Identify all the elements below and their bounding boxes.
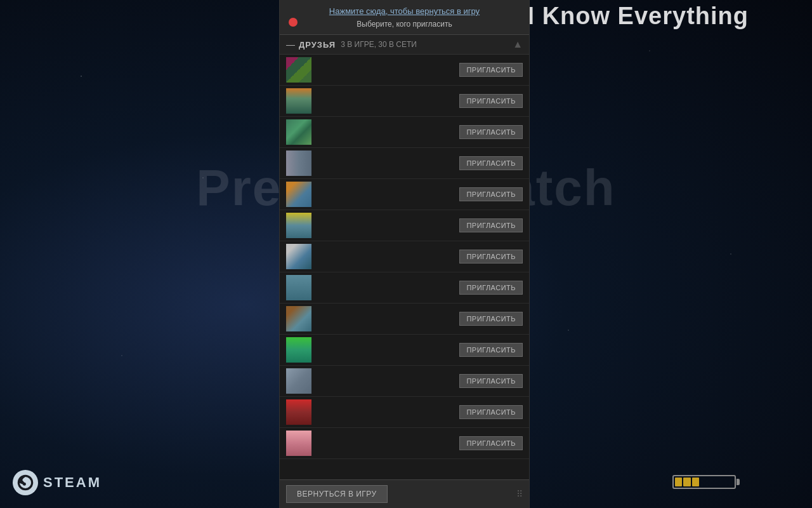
friends-title: ДРУЗЬЯ (299, 40, 336, 50)
select-invite-text: Выберите, кого пригласить (357, 20, 452, 29)
invite-button[interactable]: ПРИГЛАСИТЬ (459, 436, 523, 450)
list-item[interactable]: ПРИГЛАСИТЬ (280, 117, 529, 148)
close-button[interactable] (289, 18, 298, 27)
steam-logo: STEAM (13, 470, 102, 495)
collapse-icon[interactable]: — (286, 39, 295, 50)
battery-seg-1 (675, 478, 682, 486)
invite-button[interactable]: ПРИГЛАСИТЬ (459, 250, 523, 264)
avatar (286, 57, 311, 83)
steam-overlay: Нажмите сюда, чтобы вернуться в игру Выб… (279, 0, 530, 508)
friends-header: — ДРУЗЬЯ 3 В ИГРЕ, 30 В СЕТИ ▲ (280, 35, 529, 55)
avatar (286, 213, 311, 238)
overlay-header: Нажмите сюда, чтобы вернуться в игру Выб… (280, 0, 529, 35)
battery-seg-5 (709, 478, 716, 486)
list-item[interactable]: ПРИГЛАСИТЬ (280, 272, 529, 304)
friends-list: ПРИГЛАСИТЬ ПРИГЛАСИТЬ ПРИГЛАСИТЬ ПРИГЛАС… (280, 55, 529, 479)
invite-button[interactable]: ПРИГЛАСИТЬ (459, 94, 523, 108)
scroll-up-arrow[interactable]: ▲ (513, 39, 523, 50)
return-to-game-link[interactable]: Нажмите сюда, чтобы вернуться в игру (292, 6, 516, 16)
list-item[interactable]: ПРИГЛАСИТЬ (280, 428, 529, 459)
battery-seg-2 (683, 478, 690, 486)
avatar (286, 182, 311, 207)
avatar (286, 119, 311, 145)
list-item[interactable]: ПРИГЛАСИТЬ (280, 86, 529, 117)
avatar (286, 88, 311, 114)
list-item[interactable]: ПРИГЛАСИТЬ (280, 366, 529, 397)
battery-seg-7 (726, 478, 733, 486)
invite-button[interactable]: ПРИГЛАСИТЬ (459, 125, 523, 139)
list-item[interactable]: ПРИГЛАСИТЬ (280, 397, 529, 428)
battery-indicator (672, 475, 736, 489)
invite-button[interactable]: ПРИГЛАСИТЬ (459, 374, 523, 388)
invite-button[interactable]: ПРИГЛАСИТЬ (459, 281, 523, 295)
invite-button[interactable]: ПРИГЛАСИТЬ (459, 343, 523, 357)
invite-button[interactable]: ПРИГЛАСИТЬ (459, 187, 523, 201)
invite-button[interactable]: ПРИГЛАСИТЬ (459, 312, 523, 326)
list-item[interactable]: ПРИГЛАСИТЬ (280, 179, 529, 210)
avatar (286, 306, 311, 331)
invite-button[interactable]: ПРИГЛАСИТЬ (459, 405, 523, 419)
battery-seg-4 (700, 478, 707, 486)
friends-count: 3 В ИГРЕ, 30 В СЕТИ (341, 40, 417, 49)
return-to-game-button[interactable]: ВЕРНУТЬСЯ В ИГРУ (286, 485, 388, 503)
avatar (286, 399, 311, 425)
resize-handle[interactable]: ⠿ (516, 489, 523, 499)
battery-seg-6 (717, 478, 724, 486)
avatar (286, 337, 311, 363)
avatar (286, 244, 311, 269)
battery-seg-3 (692, 478, 699, 486)
avatar (286, 150, 311, 176)
list-item[interactable]: ПРИГЛАСИТЬ (280, 335, 529, 366)
list-item[interactable]: ПРИГЛАСИТЬ (280, 304, 529, 335)
list-item[interactable]: ПРИГЛАСИТЬ (280, 55, 529, 86)
list-item[interactable]: ПРИГЛАСИТЬ (280, 210, 529, 241)
avatar (286, 368, 311, 394)
invite-button[interactable]: ПРИГЛАСИТЬ (459, 156, 523, 170)
invite-button[interactable]: ПРИГЛАСИТЬ (459, 63, 523, 77)
list-item[interactable]: ПРИГЛАСИТЬ (280, 241, 529, 272)
invite-button[interactable]: ПРИГЛАСИТЬ (459, 218, 523, 232)
avatar (286, 275, 311, 300)
overlay-footer: ВЕРНУТЬСЯ В ИГРУ ⠿ (280, 479, 529, 508)
game-title: I Know Everything (528, 3, 749, 30)
friends-scroll-container[interactable]: ПРИГЛАСИТЬ ПРИГЛАСИТЬ ПРИГЛАСИТЬ ПРИГЛАС… (280, 55, 529, 479)
list-item[interactable]: ПРИГЛАСИТЬ (280, 148, 529, 179)
avatar (286, 431, 311, 456)
steam-icon (13, 470, 38, 495)
steam-label: STEAM (43, 474, 102, 491)
